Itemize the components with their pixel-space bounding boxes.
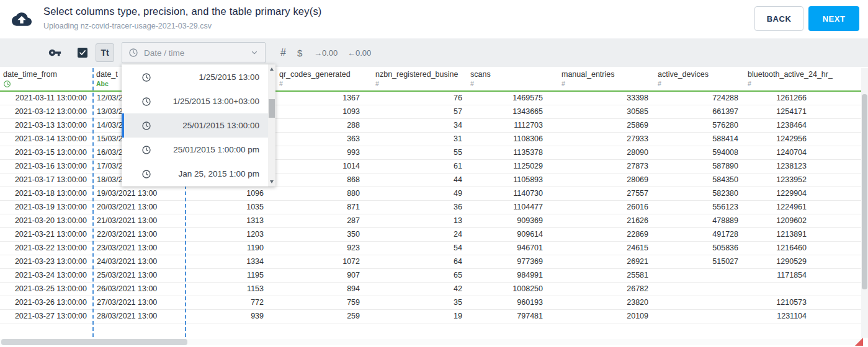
column-name: bluetooth_active_24_hr_ [748, 70, 861, 79]
decrease-precision-button[interactable]: ←0.00 [347, 48, 371, 58]
back-button[interactable]: BACK [754, 6, 803, 31]
column-header-bluetooth_active_24_hr_[interactable]: bluetooth_active_24_hr_# [745, 67, 861, 90]
table-cell: 259 [276, 310, 372, 323]
table-cell: 2021-03-24 13:00:00 [0, 269, 93, 282]
table-cell: 34 [372, 119, 467, 132]
table-cell: 505836 [655, 242, 745, 255]
page-header: Select columns type, precision, and the … [0, 0, 868, 38]
menu-scrollbar[interactable] [268, 64, 275, 187]
datetime-type-icon [3, 80, 93, 89]
table-cell: 26921 [558, 255, 655, 268]
table-cell: 1238464 [745, 119, 861, 132]
table-cell: 2021-03-11 13:00:00 [0, 92, 93, 105]
horizontal-scrollbar-thumb[interactable] [1, 339, 187, 345]
integer-type-button[interactable]: # [280, 47, 286, 58]
table-cell [655, 296, 745, 309]
table-cell: 871 [276, 201, 372, 214]
table-row: 2021-03-22 13:00:0023/03/2021 13:0011909… [0, 242, 861, 255]
column-name: date_time_from [3, 70, 93, 79]
table-cell: 1135378 [467, 146, 558, 159]
datetime-format-dropdown[interactable]: Date / time [122, 42, 266, 63]
column-header-nzbn_registered_busine[interactable]: nzbn_registered_busine# [372, 67, 467, 90]
table-cell: 2021-03-14 13:00:00 [0, 133, 93, 146]
table-cell: 22869 [558, 228, 655, 241]
horizontal-scrollbar[interactable] [0, 339, 861, 345]
table-cell: 1096 [186, 187, 276, 200]
format-option[interactable]: 25/01/2015 13:00:00 [122, 113, 268, 138]
format-option-label: 1/25/2015 13:00 [151, 72, 259, 82]
next-button[interactable]: NEXT [808, 6, 859, 31]
table-cell: 759 [276, 296, 372, 309]
table-cell: 1233952 [745, 174, 861, 187]
table-cell: 923 [276, 242, 372, 255]
clock-icon [141, 169, 151, 179]
table-row: 2021-03-20 13:00:0021/03/2021 13:0013132… [0, 214, 861, 228]
format-option[interactable]: 25/01/2015 1:00:00 pm [122, 138, 268, 162]
table-cell: 1008250 [467, 283, 558, 296]
table-cell: 23/03/2021 13:00 [93, 242, 186, 255]
table-cell: 2021-03-22 13:00:00 [0, 242, 93, 255]
clock-icon [141, 72, 151, 82]
table-cell: 661397 [655, 105, 745, 118]
scroll-down-arrow-icon[interactable] [270, 180, 274, 183]
table-cell: 1108306 [467, 133, 558, 146]
text-type-button[interactable]: Tt [96, 43, 114, 62]
column-header-qr_codes_generated[interactable]: qr_codes_generated# [276, 67, 372, 90]
format-option-list: 1/25/2015 13:001/25/2015 13:00+03:0025/0… [122, 65, 268, 186]
table-row: 2021-03-26 13:00:0027/03/2021 13:0077275… [0, 296, 861, 310]
table-cell [655, 269, 745, 282]
table-row: 2021-03-18 13:00:0019/03/2021 13:0010968… [0, 187, 861, 201]
table-row: 2021-03-27 13:00:0028/03/2021 13:0093925… [0, 310, 861, 323]
column-header-scans[interactable]: scans# [467, 67, 558, 90]
table-cell: 960193 [467, 296, 558, 309]
format-option[interactable]: Jan 25, 2015 1:00 pm [122, 162, 268, 186]
table-cell: 2021-03-19 13:00:00 [0, 201, 93, 214]
table-cell: 1203 [186, 228, 276, 241]
format-option-label: 25/01/2015 13:00:00 [151, 121, 259, 130]
table-cell: 2021-03-27 13:00:00 [0, 310, 93, 323]
table-cell: 1261266 [745, 92, 861, 105]
table-cell: 36 [372, 201, 467, 214]
table-cell: 26782 [558, 283, 655, 296]
format-option[interactable]: 1/25/2015 13:00 [122, 65, 268, 89]
table-cell: 31 [372, 133, 467, 146]
table-cell: 2021-03-12 13:00:00 [0, 105, 93, 118]
boolean-type-checkbox[interactable] [78, 48, 87, 58]
table-cell [745, 283, 861, 296]
table-cell: 1238123 [745, 160, 861, 173]
scroll-up-arrow-icon[interactable] [270, 68, 274, 71]
table-row: 2021-03-19 13:00:0020/03/2021 13:0010358… [0, 201, 861, 214]
table-cell: 1125029 [467, 160, 558, 173]
table-cell: 2021-03-20 13:00:00 [0, 214, 93, 227]
table-cell: 61 [372, 160, 467, 173]
increase-precision-button[interactable]: →0.00 [314, 48, 338, 58]
table-cell: 26/03/2021 13:00 [93, 283, 186, 296]
table-cell: 2021-03-21 13:00:00 [0, 228, 93, 241]
menu-scrollbar-thumb[interactable] [269, 99, 275, 118]
table-cell: 594008 [655, 146, 745, 159]
table-cell: 1035 [186, 201, 276, 214]
column-header-manual_entries[interactable]: manual_entries# [558, 67, 655, 90]
table-cell: 20109 [558, 310, 655, 323]
vertical-scrollbar[interactable] [861, 68, 868, 338]
table-cell: 2021-03-26 13:00:00 [0, 296, 93, 309]
primary-key-icon[interactable] [48, 46, 61, 59]
table-cell: 1343665 [467, 105, 558, 118]
format-option[interactable]: 1/25/2015 13:00+03:00 [122, 89, 268, 113]
table-cell: 1105893 [467, 174, 558, 187]
table-cell: 1231104 [745, 310, 861, 323]
table-cell: 1093 [276, 105, 372, 118]
number-type-indicator: # [562, 80, 655, 89]
table-cell: 1290529 [745, 255, 861, 268]
currency-type-button[interactable]: $ [297, 48, 302, 58]
column-header-active_devices[interactable]: active_devices# [655, 67, 745, 90]
table-cell: 515027 [655, 255, 745, 268]
table-cell: 772 [186, 296, 276, 309]
table-cell: 23820 [558, 296, 655, 309]
column-header-date_time_from[interactable]: date_time_from [0, 67, 93, 90]
table-cell: 55 [372, 146, 467, 159]
table-cell: 22/03/2021 13:00 [93, 228, 186, 241]
table-cell: 1242956 [745, 133, 861, 146]
vertical-scrollbar-thumb[interactable] [862, 94, 867, 289]
number-type-indicator: # [470, 80, 558, 89]
